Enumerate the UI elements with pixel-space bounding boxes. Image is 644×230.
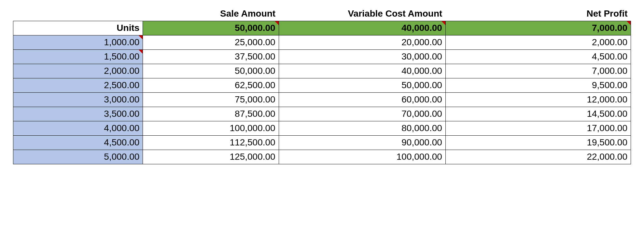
units-cell[interactable]: 4,000.00: [13, 121, 143, 135]
variable-cost-cell[interactable]: 60,000.00: [279, 92, 445, 107]
variable-cost-cell[interactable]: 40,000.00: [279, 64, 445, 78]
table-row: 4,000.00100,000.0080,000.0017,000.00: [13, 121, 631, 135]
units-header-cell[interactable]: Units: [13, 21, 143, 35]
table-row: 1,500.0037,500.0030,000.004,500.00: [13, 49, 631, 64]
summary-variable-cost-cell[interactable]: 40,000.00: [279, 21, 445, 35]
net-profit-cell[interactable]: 2,000.00: [445, 35, 631, 49]
sale-cell[interactable]: 125,000.00: [143, 150, 279, 164]
variable-cost-cell[interactable]: 70,000.00: [279, 107, 445, 121]
variable-cost-cell[interactable]: 90,000.00: [279, 135, 445, 150]
units-cell[interactable]: 1,000.00: [13, 35, 143, 49]
data-table: Sale Amount Variable Cost Amount Net Pro…: [13, 7, 631, 164]
sale-cell[interactable]: 25,000.00: [143, 35, 279, 49]
units-cell[interactable]: 2,000.00: [13, 64, 143, 78]
sale-cell[interactable]: 112,500.00: [143, 135, 279, 150]
net-profit-cell[interactable]: 19,500.00: [445, 135, 631, 150]
sale-cell[interactable]: 37,500.00: [143, 49, 279, 64]
sale-cell[interactable]: 100,000.00: [143, 121, 279, 135]
table-row: 4,500.00112,500.0090,000.0019,500.00: [13, 135, 631, 150]
header-label-row: Sale Amount Variable Cost Amount Net Pro…: [13, 7, 631, 21]
header-net-profit: Net Profit: [445, 7, 631, 21]
variable-cost-cell[interactable]: 50,000.00: [279, 78, 445, 92]
net-profit-cell[interactable]: 9,500.00: [445, 78, 631, 92]
net-profit-cell[interactable]: 7,000.00: [445, 64, 631, 78]
variable-cost-cell[interactable]: 30,000.00: [279, 49, 445, 64]
table-row: 3,500.0087,500.0070,000.0014,500.00: [13, 107, 631, 121]
table-row: 3,000.0075,000.0060,000.0012,000.00: [13, 92, 631, 107]
sale-cell[interactable]: 75,000.00: [143, 92, 279, 107]
variable-cost-cell[interactable]: 20,000.00: [279, 35, 445, 49]
sale-cell[interactable]: 50,000.00: [143, 64, 279, 78]
variable-cost-cell[interactable]: 100,000.00: [279, 150, 445, 164]
units-cell[interactable]: 1,500.00: [13, 49, 143, 64]
net-profit-cell[interactable]: 4,500.00: [445, 49, 631, 64]
table-row: 5,000.00125,000.00100,000.0022,000.00: [13, 150, 631, 164]
table-row: 2,000.0050,000.0040,000.007,000.00: [13, 64, 631, 78]
table-row: 1,000.0025,000.0020,000.002,000.00: [13, 35, 631, 49]
summary-net-profit-cell[interactable]: 7,000.00: [445, 21, 631, 35]
net-profit-cell[interactable]: 12,000.00: [445, 92, 631, 107]
net-profit-cell[interactable]: 14,500.00: [445, 107, 631, 121]
units-cell[interactable]: 3,500.00: [13, 107, 143, 121]
units-cell[interactable]: 3,000.00: [13, 92, 143, 107]
header-blank: [13, 7, 143, 21]
header-variable-cost: Variable Cost Amount: [279, 7, 445, 21]
table-row: 2,500.0062,500.0050,000.009,500.00: [13, 78, 631, 92]
summary-row: Units 50,000.00 40,000.00 7,000.00: [13, 21, 631, 35]
summary-sale-cell[interactable]: 50,000.00: [143, 21, 279, 35]
units-cell[interactable]: 5,000.00: [13, 150, 143, 164]
units-cell[interactable]: 4,500.00: [13, 135, 143, 150]
variable-cost-cell[interactable]: 80,000.00: [279, 121, 445, 135]
sale-cell[interactable]: 87,500.00: [143, 107, 279, 121]
net-profit-cell[interactable]: 17,000.00: [445, 121, 631, 135]
units-cell[interactable]: 2,500.00: [13, 78, 143, 92]
sale-cell[interactable]: 62,500.00: [143, 78, 279, 92]
header-sale: Sale Amount: [143, 7, 279, 21]
net-profit-cell[interactable]: 22,000.00: [445, 150, 631, 164]
